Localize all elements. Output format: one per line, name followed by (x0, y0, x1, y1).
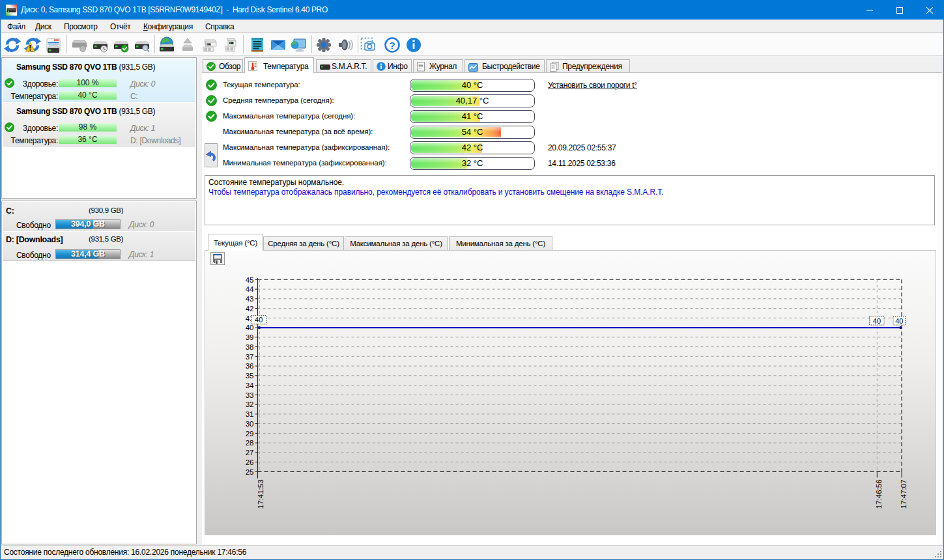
svg-text:38: 38 (246, 343, 254, 351)
svg-text:34: 34 (246, 382, 254, 389)
svg-text:44: 44 (246, 285, 254, 293)
svg-text:29: 29 (246, 430, 254, 438)
svg-text:27: 27 (246, 449, 254, 456)
svg-text:17:47:07: 17:47:07 (900, 479, 908, 509)
svg-text:40: 40 (873, 317, 881, 325)
svg-text:17:41:53: 17:41:53 (257, 479, 265, 509)
svg-text:40: 40 (255, 316, 263, 324)
svg-text:31: 31 (246, 410, 254, 418)
svg-text:30: 30 (246, 420, 254, 428)
svg-text:45: 45 (246, 276, 254, 284)
svg-text:40: 40 (895, 317, 903, 325)
svg-text:40: 40 (246, 324, 254, 331)
svg-text:36: 36 (246, 362, 254, 370)
svg-text:39: 39 (246, 333, 254, 341)
svg-text:33: 33 (246, 391, 254, 399)
svg-text:37: 37 (246, 353, 254, 361)
svg-text:26: 26 (246, 458, 254, 466)
svg-text:25: 25 (246, 468, 254, 476)
svg-text:17:46:56: 17:46:56 (875, 479, 883, 509)
svg-text:32: 32 (246, 400, 254, 408)
svg-text:43: 43 (246, 295, 254, 303)
svg-text:28: 28 (246, 439, 254, 447)
svg-text:?: ? (389, 40, 395, 51)
svg-text:42: 42 (246, 305, 254, 313)
svg-text:35: 35 (246, 372, 254, 380)
